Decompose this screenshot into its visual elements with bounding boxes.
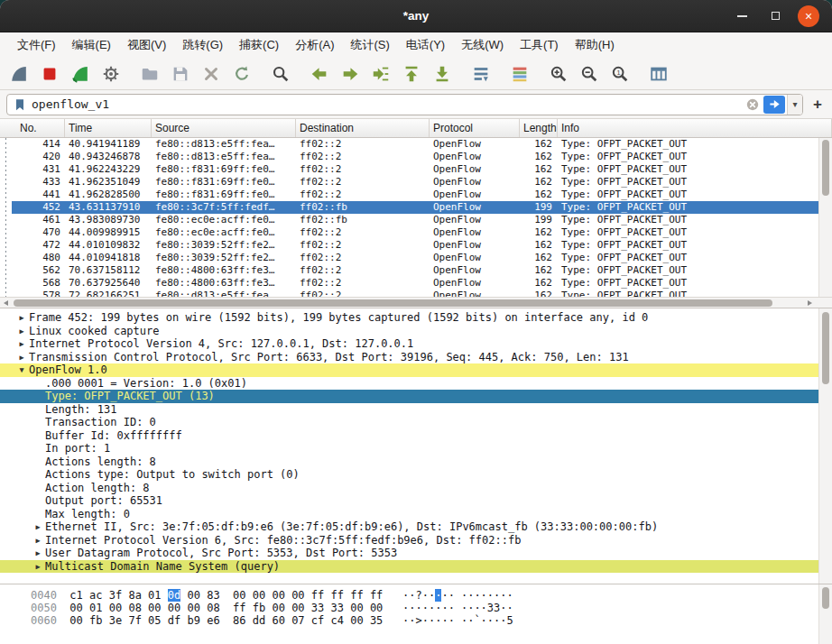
find-packet-icon[interactable]	[269, 62, 292, 86]
packet-row-472[interactable]: 47244.010109832fe80::3039:52ff:fe2…ff02:…	[0, 239, 818, 252]
expander-expanded-icon[interactable]: ▼	[14, 365, 29, 374]
detail-line-10[interactable]: In port: 1	[5, 442, 818, 455]
packet-row-470[interactable]: 47044.009989915fe80::ec0e:acff:fe0…ff02:…	[0, 226, 818, 239]
zoom-reset-icon[interactable]: 1	[608, 62, 632, 86]
menu-item-analyze[interactable]: 分析(A)	[287, 34, 342, 56]
go-back-icon[interactable]	[308, 62, 331, 86]
detail-line-2[interactable]: ▶Internet Protocol Version 4, Src: 127.0…	[5, 337, 818, 351]
apply-filter-button[interactable]	[763, 96, 785, 114]
expander-collapsed-icon[interactable]: ▶	[31, 522, 45, 531]
go-first-packet-icon[interactable]	[400, 62, 423, 86]
hex-row-0040[interactable]: 0040 c1 ac 3f 8a 01 0d 00 83 00 00 00 00…	[31, 589, 818, 602]
detail-line-14[interactable]: Output port: 65531	[5, 494, 818, 508]
titlebar[interactable]: *any ×	[0, 0, 832, 32]
menu-item-statistics[interactable]: 统计(S)	[342, 34, 397, 56]
menu-item-edit[interactable]: 编辑(E)	[64, 34, 119, 56]
hex-row-0060[interactable]: 0060 00 fb 3e 7f 05 df b9 e6 86 dd 60 07…	[31, 614, 818, 627]
column-header-dst[interactable]: Destination	[296, 119, 430, 137]
go-forward-icon[interactable]	[338, 62, 362, 86]
zoom-in-icon[interactable]	[547, 62, 570, 86]
menu-item-view[interactable]: 视图(V)	[119, 34, 174, 56]
column-header-src[interactable]: Source	[152, 119, 296, 137]
detail-line-8[interactable]: Transaction ID: 0	[5, 416, 818, 429]
save-capture-icon[interactable]	[169, 62, 192, 86]
open-capture-icon[interactable]	[138, 62, 162, 86]
reload-capture-icon[interactable]	[230, 62, 254, 86]
go-to-packet-icon[interactable]	[369, 62, 393, 86]
expander-collapsed-icon[interactable]: ▶	[31, 536, 45, 545]
detail-line-12[interactable]: Actions type: Output to switch port (0)	[5, 468, 818, 482]
scroll-left-icon[interactable]	[4, 300, 8, 306]
menu-item-help[interactable]: 帮助(H)	[567, 34, 623, 56]
detail-line-3[interactable]: ▶Transmission Control Protocol, Src Port…	[5, 351, 818, 364]
detail-line-16[interactable]: ▶Ethernet II, Src: 3e:7f:05:df:b9:e6 (3e…	[5, 520, 818, 534]
menu-item-tools[interactable]: 工具(T)	[512, 34, 567, 56]
expander-collapsed-icon[interactable]: ▶	[31, 562, 45, 571]
detail-line-18[interactable]: ▶User Datagram Protocol, Src Port: 5353,…	[5, 547, 818, 560]
colorize-packets-icon[interactable]	[508, 62, 532, 86]
hex-scrollbar[interactable]	[818, 584, 832, 644]
close-capture-icon[interactable]	[199, 62, 223, 86]
minimize-button[interactable]	[731, 5, 753, 27]
column-header-info[interactable]: Info	[558, 119, 832, 137]
detail-line-19[interactable]: ▶Multicast Domain Name System (query)	[0, 560, 818, 574]
zoom-out-icon[interactable]	[578, 62, 601, 86]
add-filter-button[interactable]: +	[809, 96, 826, 114]
detail-line-15[interactable]: Max length: 0	[5, 508, 818, 521]
detail-line-0[interactable]: ▶Frame 452: 199 bytes on wire (1592 bits…	[5, 311, 818, 325]
packet-row-461[interactable]: 46143.983089730fe80::ec0e:acff:fe0…ff02:…	[0, 214, 818, 226]
menu-item-telephony[interactable]: 电话(Y)	[398, 34, 453, 56]
expander-collapsed-icon[interactable]: ▶	[14, 339, 29, 348]
resize-columns-icon[interactable]	[647, 62, 670, 86]
packet-row-431[interactable]: 43141.962243229fe80::f831:69ff:fe0…ff02:…	[0, 163, 818, 176]
go-last-packet-icon[interactable]	[430, 62, 454, 86]
restart-capture-icon[interactable]	[69, 62, 92, 86]
packet-row-433[interactable]: 43341.962351049fe80::f831:69ff:fe0…ff02:…	[0, 176, 818, 189]
detail-line-17[interactable]: ▶Internet Protocol Version 6, Src: fe80:…	[5, 534, 818, 547]
menu-item-wireless[interactable]: 无线(W)	[453, 34, 512, 56]
clear-filter-icon[interactable]	[744, 97, 762, 112]
close-button[interactable]: ×	[798, 5, 819, 27]
menu-item-go[interactable]: 跳转(G)	[174, 34, 231, 56]
expander-collapsed-icon[interactable]: ▶	[14, 327, 29, 336]
capture-options-icon[interactable]	[99, 62, 123, 86]
hscroll-thumb[interactable]	[14, 299, 772, 307]
packet-list-scrollbar[interactable]	[818, 138, 832, 297]
detail-line-4[interactable]: ▼OpenFlow 1.0	[0, 363, 818, 377]
packet-row-452[interactable]: 45243.631137910fe80::3c7f:5ff:fedf…ff02:…	[0, 201, 818, 214]
column-header-no[interactable]: No.	[0, 119, 65, 137]
detail-line-1[interactable]: ▶Linux cooked capture	[5, 325, 818, 338]
auto-scroll-icon[interactable]	[469, 62, 493, 86]
hex-row-0050[interactable]: 0050 00 01 00 08 00 00 00 08 ff fb 00 00…	[31, 602, 818, 614]
packet-list-hscrollbar[interactable]	[0, 297, 832, 308]
scroll-right-icon[interactable]	[808, 300, 812, 306]
detail-line-7[interactable]: Length: 131	[5, 403, 818, 417]
bookmark-icon[interactable]	[11, 97, 29, 112]
detail-line-9[interactable]: Buffer Id: 0xffffffff	[5, 429, 818, 443]
packet-row-562[interactable]: 56270.637158112fe80::4800:63ff:fe3…ff02:…	[0, 264, 818, 277]
stop-capture-icon[interactable]	[38, 62, 61, 86]
packet-row-568[interactable]: 56870.637925640fe80::4800:63ff:fe3…ff02:…	[0, 277, 818, 290]
column-header-proto[interactable]: Protocol	[430, 119, 520, 137]
packet-row-441[interactable]: 44141.962828500fe80::f831:69ff:fe0…ff02:…	[0, 189, 818, 201]
expander-collapsed-icon[interactable]: ▶	[14, 353, 29, 362]
packet-row-420[interactable]: 42040.943246878fe80::d813:e5ff:fea…ff02:…	[0, 151, 818, 163]
column-header-time[interactable]: Time	[65, 119, 152, 137]
details-scrollbar[interactable]	[818, 308, 832, 584]
column-header-len[interactable]: Length	[520, 119, 558, 137]
packet-row-480[interactable]: 48044.010941818fe80::3039:52ff:fe2…ff02:…	[0, 252, 818, 264]
start-capture-icon[interactable]	[7, 62, 31, 86]
detail-line-6[interactable]: Type: OFPT_PACKET_OUT (13)	[0, 390, 818, 403]
maximize-button[interactable]	[764, 5, 786, 27]
filter-dropdown-caret[interactable]: ▾	[787, 95, 802, 115]
detail-line-11[interactable]: Actions length: 8	[5, 455, 818, 469]
menu-item-file[interactable]: 文件(F)	[9, 34, 64, 56]
display-filter-input[interactable]: openflow_v1 ▾	[6, 94, 803, 115]
detail-line-5[interactable]: .000 0001 = Version: 1.0 (0x01)	[5, 377, 818, 391]
menu-item-capture[interactable]: 捕获(C)	[231, 34, 287, 56]
expander-collapsed-icon[interactable]: ▶	[14, 313, 29, 322]
packet-row-414[interactable]: 41440.941941189fe80::d813:e5ff:fea…ff02:…	[0, 138, 818, 151]
detail-line-13[interactable]: Action length: 8	[5, 482, 818, 495]
packet-row-578[interactable]: 57872.682166251fe80::d813:e5ff:fea…ff02:…	[0, 290, 818, 297]
expander-collapsed-icon[interactable]: ▶	[31, 548, 45, 557]
